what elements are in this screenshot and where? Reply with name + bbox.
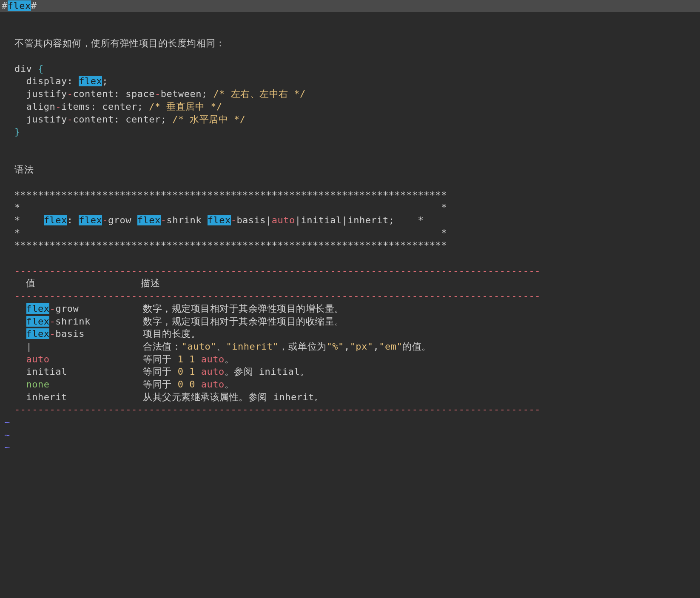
code-token: content: center; (73, 114, 172, 125)
dash-icon: - (49, 328, 55, 339)
column-header-desc: 描述 (141, 278, 160, 288)
code-line: justify-content: space-between; /* 左右、左中… (14, 88, 306, 99)
search-prefix: # (2, 0, 8, 11)
match-highlight: flex (26, 303, 50, 314)
code-token: basis| (236, 215, 271, 225)
code-token: shrink (55, 316, 90, 327)
match-highlight: flex (79, 215, 102, 225)
code-token: between; (161, 88, 213, 99)
code-token: grow (108, 215, 137, 225)
row-desc: 数字，规定项目相对于其余弹性项目的收缩量。 (143, 316, 344, 327)
search-term: flex (8, 0, 31, 11)
code-line: align-items: center; /* 垂直居中 */ (14, 101, 222, 112)
dash-icon: - (67, 114, 73, 125)
code-token: : (67, 215, 79, 225)
row-desc: 合法值： (143, 341, 181, 352)
match-highlight: flex (137, 215, 161, 225)
dash-icon: - (55, 101, 61, 112)
keyword-auto: auto (201, 379, 225, 390)
match-highlight: flex (79, 76, 102, 86)
blank-line (14, 26, 20, 36)
dash-icon: - (155, 88, 161, 99)
syntax-heading: 语法 (14, 164, 34, 175)
table-row: none 等同于 0 0 auto。 (14, 379, 234, 390)
match-highlight: flex (26, 328, 50, 339)
row-value: inherit (26, 392, 67, 402)
code-token: justify (14, 114, 67, 125)
row-value: initial (26, 366, 67, 377)
box-border: ****************************************… (14, 240, 447, 251)
dash-icon: - (49, 303, 55, 314)
blank-line (14, 152, 20, 162)
string-literal: "inherit" (226, 341, 279, 352)
string-literal: "%" (327, 341, 344, 352)
row-desc: , (344, 341, 350, 352)
row-desc: 。 (225, 354, 234, 364)
row-desc: 等同于 (143, 366, 177, 377)
dash-icon: - (49, 316, 55, 327)
table-row: flex-basis 项目的长度。 (14, 328, 200, 339)
row-desc: 。参阅 initial。 (225, 366, 310, 377)
row-desc: 、 (216, 341, 226, 352)
blank-line (14, 253, 20, 263)
code-token: content: space (73, 88, 154, 99)
empty-line-tilde: ~ (0, 429, 700, 441)
code-token: ; (102, 76, 108, 86)
code-token: align (14, 101, 55, 112)
comment: /* 左右、左中右 */ (213, 88, 305, 99)
table-row: flex-shrink 数字，规定项目相对于其余弹性项目的收缩量。 (14, 316, 344, 327)
row-desc: 等同于 (143, 379, 177, 390)
blank-line (14, 177, 20, 188)
comment: /* 水平居中 */ (172, 114, 245, 125)
keyword-auto: auto (272, 215, 295, 225)
table-header: 值 描述 (14, 278, 160, 288)
number-literal: 0 0 (178, 379, 201, 390)
divider-line: ----------------------------------------… (14, 290, 541, 301)
code-token: * (14, 215, 44, 225)
box-border: ****************************************… (14, 190, 447, 200)
row-desc: 的值。 (402, 341, 431, 352)
search-suffix: # (31, 0, 37, 11)
dash-icon: - (231, 215, 237, 225)
keyword-auto: auto (201, 354, 225, 364)
row-value: none (26, 379, 50, 390)
box-border: * * (14, 228, 447, 238)
string-literal: "em" (379, 341, 402, 352)
table-row: initial 等同于 0 1 auto。参阅 initial。 (14, 366, 310, 377)
code-token: grow (55, 303, 79, 314)
code-token: basis (55, 328, 85, 339)
match-highlight: flex (208, 215, 231, 225)
code-line: display: flex; (14, 76, 108, 86)
table-row: | 合法值："auto"、"inherit"，或单位为"%","px","em"… (14, 341, 431, 352)
row-value: auto (26, 354, 50, 364)
row-value: | (26, 341, 32, 352)
string-literal: "auto" (181, 341, 216, 352)
dash-icon: - (67, 88, 73, 99)
intro-text: 不管其内容如何，使所有弹性项目的长度均相同： (14, 38, 225, 48)
code-line: div { (14, 63, 44, 74)
row-desc: , (373, 341, 379, 352)
number-literal: 0 1 (178, 366, 201, 377)
divider-line: ----------------------------------------… (14, 404, 541, 415)
divider-line: ----------------------------------------… (14, 265, 541, 276)
row-desc: ，或单位为 (279, 341, 327, 352)
editor-content[interactable]: 不管其内容如何，使所有弹性项目的长度均相同： div { display: fl… (0, 12, 700, 416)
column-header-value: 值 (14, 278, 36, 288)
table-row: flex-grow 数字，规定项目相对于其余弹性项目的增长量。 (14, 303, 344, 314)
table-row: auto 等同于 1 1 auto。 (14, 354, 234, 364)
box-border: * * (14, 202, 447, 213)
empty-line-tilde: ~ (0, 441, 700, 454)
blank-line (14, 139, 20, 150)
search-bar[interactable]: #flex# (0, 0, 700, 12)
code-token: shrink (166, 215, 207, 225)
row-desc: 从其父元素继承该属性。参阅 inherit。 (143, 392, 324, 402)
blank-line (14, 51, 20, 61)
brace-icon: } (14, 126, 20, 137)
number-literal: 1 1 (178, 354, 201, 364)
dash-icon: - (161, 215, 167, 225)
row-desc: 等同于 (143, 354, 177, 364)
comment: /* 垂直居中 */ (149, 101, 222, 112)
match-highlight: flex (26, 316, 50, 327)
row-desc: 。 (225, 379, 234, 390)
brace-icon: { (38, 63, 44, 74)
